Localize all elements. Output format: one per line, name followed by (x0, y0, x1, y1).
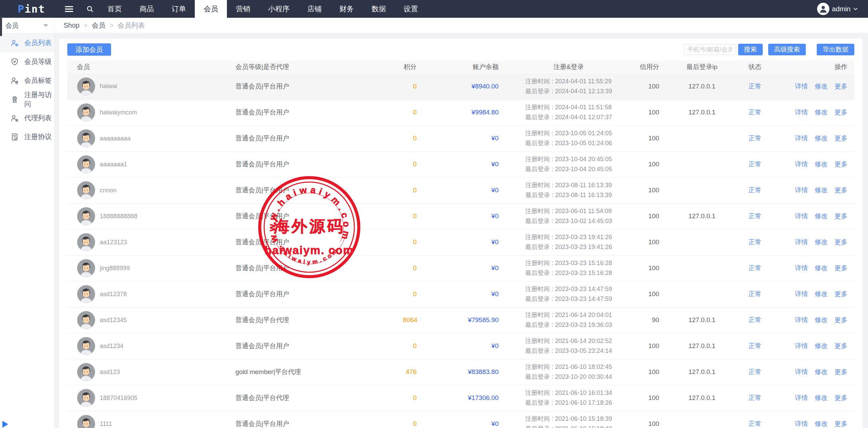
more-link[interactable]: 更多 (835, 290, 847, 298)
sidebar-item-member-level[interactable]: 会员等级 (0, 52, 54, 71)
detail-link[interactable]: 详情 (795, 83, 808, 90)
status-badge[interactable]: 正常 (738, 255, 772, 281)
status-badge[interactable]: 正常 (738, 411, 772, 428)
edit-link[interactable]: 修改 (815, 238, 828, 246)
breadcrumb-item[interactable]: 会员 (92, 21, 105, 30)
status-badge[interactable]: 正常 (738, 359, 772, 385)
breadcrumb-item[interactable]: Shop (64, 22, 80, 29)
sidebar-item-label: 注册与访问 (24, 90, 54, 109)
edit-link[interactable]: 修改 (815, 394, 828, 401)
edit-link[interactable]: 修改 (815, 290, 828, 298)
more-link[interactable]: 更多 (835, 342, 847, 349)
sidebar-item-register-agreement[interactable]: 注册协议 (0, 127, 54, 146)
member-balance: ¥79585.90 (430, 307, 505, 333)
export-data-button[interactable]: 导出数据 (817, 44, 854, 55)
app-logo[interactable]: Pint (18, 3, 45, 15)
more-link[interactable]: 更多 (835, 264, 847, 272)
status-badge[interactable]: 正常 (738, 177, 772, 203)
status-badge[interactable]: 正常 (738, 99, 772, 125)
detail-link[interactable]: 详情 (795, 316, 808, 323)
edit-link[interactable]: 修改 (815, 316, 828, 323)
member-avatar (77, 233, 95, 251)
nav-item-miniapp[interactable]: 小程序 (259, 0, 298, 18)
more-link[interactable]: 更多 (835, 212, 847, 220)
nav-item-order[interactable]: 订单 (163, 0, 195, 18)
edit-link[interactable]: 修改 (815, 212, 828, 220)
member-name: 18870416905 (100, 395, 137, 402)
edit-link[interactable]: 修改 (815, 161, 828, 168)
detail-link[interactable]: 详情 (795, 290, 808, 298)
member-avatar (77, 415, 95, 428)
breadcrumb-separator: > (109, 22, 113, 29)
detail-link[interactable]: 详情 (795, 161, 808, 168)
edit-link[interactable]: 修改 (815, 420, 828, 427)
detail-link[interactable]: 详情 (795, 212, 808, 220)
search-icon[interactable] (86, 5, 94, 13)
nav-item-goods[interactable]: 商品 (131, 0, 163, 18)
nav-item-marketing[interactable]: 营销 (227, 0, 259, 18)
sidebar-scrollbar-thumb[interactable] (0, 16, 2, 36)
detail-link[interactable]: 详情 (795, 420, 808, 427)
more-link[interactable]: 更多 (835, 109, 847, 116)
search-input[interactable] (683, 44, 736, 55)
add-member-button[interactable]: 添加会员 (67, 43, 111, 56)
status-badge[interactable]: 正常 (738, 125, 772, 151)
more-link[interactable]: 更多 (835, 368, 847, 375)
hamburger-menu-icon[interactable] (65, 5, 73, 13)
status-badge[interactable]: 正常 (738, 281, 772, 307)
user-menu[interactable]: admin (817, 3, 858, 15)
search-button[interactable]: 搜索 (738, 44, 763, 55)
last-login-ip (666, 151, 738, 177)
status-badge[interactable]: 正常 (738, 229, 772, 255)
sidebar-item-member-tag[interactable]: 会员标签 (0, 71, 54, 90)
edit-link[interactable]: 修改 (815, 264, 828, 272)
status-badge[interactable]: 正常 (738, 73, 772, 99)
sidebar-title[interactable]: 会员 (0, 18, 54, 33)
status-badge[interactable]: 正常 (738, 307, 772, 333)
detail-link[interactable]: 详情 (795, 109, 808, 116)
detail-link[interactable]: 详情 (795, 238, 808, 246)
more-link[interactable]: 更多 (835, 83, 847, 90)
member-name: aaaaaaa1 (100, 161, 127, 168)
username-label: admin (832, 5, 851, 13)
edit-link[interactable]: 修改 (815, 109, 828, 116)
nav-item-home[interactable]: 首页 (98, 0, 131, 18)
member-balance: ¥0 (430, 125, 505, 151)
nav-item-finance[interactable]: 财务 (330, 0, 363, 18)
sidebar-item-agent-list[interactable]: 代理列表 (0, 109, 54, 127)
edit-link[interactable]: 修改 (815, 83, 828, 90)
detail-link[interactable]: 详情 (795, 135, 808, 142)
detail-link[interactable]: 详情 (795, 342, 808, 349)
detail-link[interactable]: 详情 (795, 187, 808, 194)
status-badge[interactable]: 正常 (738, 333, 772, 359)
sidebar-item-member-list[interactable]: 会员列表 (0, 33, 54, 52)
nav-item-data[interactable]: 数据 (363, 0, 395, 18)
member-level: 普通会员|平台用户 (225, 125, 403, 151)
nav-item-settings[interactable]: 设置 (395, 0, 427, 18)
detail-link[interactable]: 详情 (795, 368, 808, 375)
status-badge[interactable]: 正常 (738, 203, 772, 229)
edit-link[interactable]: 修改 (815, 135, 828, 142)
more-link[interactable]: 更多 (835, 187, 847, 194)
corner-expand-button[interactable] (2, 421, 8, 428)
more-link[interactable]: 更多 (835, 394, 847, 401)
edit-link[interactable]: 修改 (815, 368, 828, 375)
more-link[interactable]: 更多 (835, 420, 847, 427)
more-link[interactable]: 更多 (835, 135, 847, 142)
more-link[interactable]: 更多 (835, 238, 847, 246)
status-badge[interactable]: 正常 (738, 385, 772, 411)
advanced-search-button[interactable]: 高级搜索 (768, 44, 806, 55)
status-badge[interactable]: 正常 (738, 151, 772, 177)
more-link[interactable]: 更多 (835, 161, 847, 168)
more-link[interactable]: 更多 (835, 316, 847, 323)
nav-item-member[interactable]: 会员 (195, 0, 227, 18)
detail-link[interactable]: 详情 (795, 394, 808, 401)
edit-link[interactable]: 修改 (815, 187, 828, 194)
edit-link[interactable]: 修改 (815, 342, 828, 349)
member-avatar (77, 259, 95, 277)
main-area: Shop>会员>会员列表 添加会员 搜索 高级搜索 导出数据 会员会员等级|是否… (55, 18, 868, 428)
table-row: 1111普通会员|平台用户0¥0注册时间 : 2021-06-10 15:18:… (67, 411, 854, 428)
detail-link[interactable]: 详情 (795, 264, 808, 272)
sidebar-item-register-access[interactable]: 注册与访问 (0, 90, 54, 109)
nav-item-shop[interactable]: 店铺 (298, 0, 330, 18)
